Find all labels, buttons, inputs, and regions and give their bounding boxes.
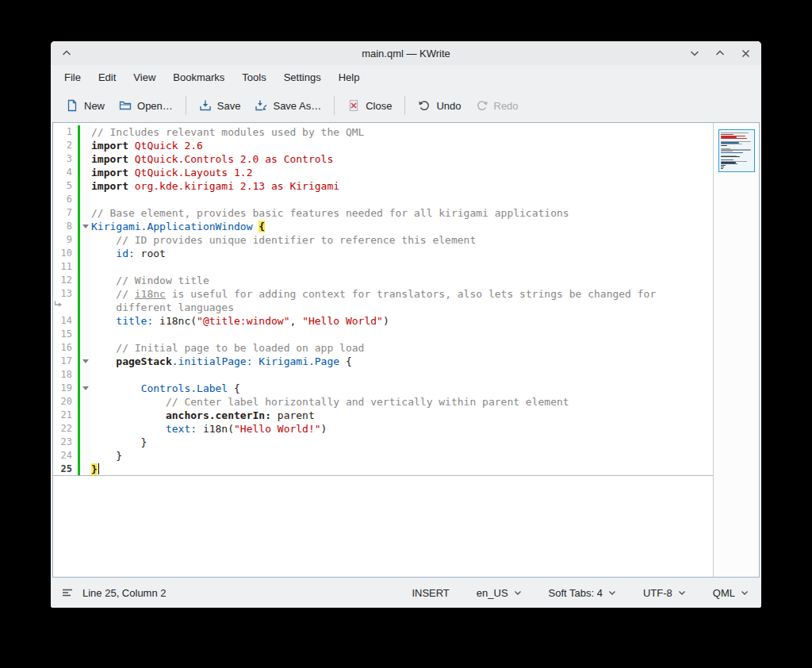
line-number[interactable]: 1 xyxy=(53,125,78,139)
line-number[interactable]: 16 xyxy=(53,341,78,355)
menu-help[interactable]: Help xyxy=(330,67,369,87)
minimap-line xyxy=(721,167,725,167)
menubar: File Edit View Bookmarks Tools Settings … xyxy=(51,65,761,89)
code-line[interactable]: 6 xyxy=(53,193,713,206)
line-number[interactable]: 15 xyxy=(53,328,78,341)
fold-margin xyxy=(80,233,91,247)
maximize-button[interactable] xyxy=(714,47,726,60)
fold-marker-icon[interactable] xyxy=(80,220,91,233)
code-text: } xyxy=(91,436,713,449)
code-line[interactable]: 4import QtQuick.Layouts 1.2 xyxy=(53,166,713,179)
menu-file[interactable]: File xyxy=(56,67,90,87)
menu-view[interactable]: View xyxy=(124,67,164,87)
code-line[interactable]: different languages xyxy=(53,301,713,314)
line-number[interactable]: 22 xyxy=(53,422,78,436)
line-number[interactable]: 6 xyxy=(53,193,78,206)
line-number[interactable]: 23 xyxy=(53,436,78,449)
line-number[interactable]: 9 xyxy=(53,233,78,247)
word-wrap-indicator-icon[interactable] xyxy=(62,588,73,597)
code-line[interactable]: 11 xyxy=(53,260,713,274)
editor-view[interactable]: 1// Includes relevant modules used by th… xyxy=(52,122,760,578)
close-document-button[interactable]: Close xyxy=(340,94,399,117)
line-number[interactable]: 18 xyxy=(53,368,78,382)
line-number[interactable]: 24 xyxy=(53,449,78,463)
fold-marker-icon[interactable] xyxy=(80,382,91,395)
code-line[interactable]: 22 text: i18n("Hello World!") xyxy=(53,422,713,436)
redo-button[interactable]: Redo xyxy=(469,94,526,117)
code-line[interactable]: 25} xyxy=(53,463,713,476)
menu-edit[interactable]: Edit xyxy=(90,67,124,87)
code-text: // Center label horizontally and vertica… xyxy=(91,395,713,409)
code-text: Controls.Label { xyxy=(91,382,713,395)
code-line[interactable]: 10 id: root xyxy=(53,247,713,260)
new-document-icon xyxy=(66,99,79,112)
code-line[interactable]: 20 // Center label horizontally and vert… xyxy=(53,395,713,409)
line-number[interactable]: 7 xyxy=(53,206,78,220)
line-number[interactable]: 20 xyxy=(53,395,78,409)
window-shade-button[interactable] xyxy=(60,47,73,60)
code-line[interactable]: 15 xyxy=(53,328,713,341)
fold-marker-icon[interactable] xyxy=(80,355,91,368)
code-text: // Includes relevant modules used by the… xyxy=(91,125,713,139)
minimize-button[interactable] xyxy=(688,47,701,60)
close-window-button[interactable] xyxy=(739,47,752,60)
line-number[interactable]: 3 xyxy=(53,152,78,166)
save-as-button[interactable]: Save As… xyxy=(247,94,328,117)
code-text: } xyxy=(91,449,713,463)
undo-button[interactable]: Undo xyxy=(411,94,468,117)
code-line[interactable]: 12 // Window title xyxy=(53,274,713,287)
code-line[interactable]: 14 title: i18nc("@title:window", "Hello … xyxy=(53,314,713,328)
line-number[interactable]: 10 xyxy=(53,247,78,260)
code-line[interactable]: 8Kirigami.ApplicationWindow { xyxy=(53,220,713,233)
syntax-mode-selector[interactable]: QML xyxy=(711,584,750,602)
line-number[interactable]: 25 xyxy=(53,463,78,475)
code-line[interactable]: 21 anchors.centerIn: parent xyxy=(53,409,713,422)
line-number[interactable]: 17 xyxy=(53,355,78,368)
code-line[interactable]: 5import org.kde.kirigami 2.13 as Kirigam… xyxy=(53,179,713,193)
code-line[interactable]: 1// Includes relevant modules used by th… xyxy=(53,125,713,139)
line-number[interactable]: 8 xyxy=(53,220,78,233)
code-line[interactable]: 13 // i18nc is useful for adding context… xyxy=(53,287,713,301)
code-line[interactable]: 18 xyxy=(53,368,713,382)
open-button[interactable]: Open… xyxy=(112,94,180,117)
code-line[interactable]: 3import QtQuick.Controls 2.0 as Controls xyxy=(53,152,713,166)
line-number[interactable]: 12 xyxy=(53,274,78,287)
line-wrap-icon[interactable] xyxy=(53,301,78,314)
cursor-position[interactable]: Line 25, Column 2 xyxy=(82,587,167,599)
code-line[interactable]: 19 Controls.Label { xyxy=(53,382,713,395)
code-line[interactable]: 16 // Initial page to be loaded on app l… xyxy=(53,341,713,355)
code-line[interactable]: 17 pageStack.initialPage: Kirigami.Page … xyxy=(53,355,713,368)
scrollbar-minimap[interactable] xyxy=(713,123,759,577)
titlebar[interactable]: main.qml — KWrite xyxy=(51,41,761,65)
save-as-button-label: Save As… xyxy=(273,100,321,112)
code-rows[interactable]: 1// Includes relevant modules used by th… xyxy=(53,123,713,577)
encoding-selector[interactable]: UTF-8 xyxy=(642,584,688,602)
statusbar: Line 25, Column 2 INSERT en_US Soft Tabs… xyxy=(51,578,761,608)
line-number[interactable]: 21 xyxy=(53,409,78,422)
chevron-down-icon xyxy=(608,590,616,596)
line-number[interactable]: 13 xyxy=(53,287,78,301)
line-number[interactable]: 2 xyxy=(53,139,78,152)
fold-margin xyxy=(80,436,91,449)
save-button[interactable]: Save xyxy=(192,94,248,117)
input-mode[interactable]: INSERT xyxy=(410,584,450,602)
code-line[interactable]: 23 } xyxy=(53,436,713,449)
line-number[interactable]: 14 xyxy=(53,314,78,328)
code-text: // Window title xyxy=(91,274,713,287)
line-number[interactable]: 5 xyxy=(53,179,78,193)
line-number[interactable]: 19 xyxy=(53,382,78,395)
code-line[interactable]: 2import QtQuick 2.6 xyxy=(53,139,713,152)
code-text: // i18nc is useful for adding context fo… xyxy=(91,287,713,301)
dictionary-selector[interactable]: en_US xyxy=(475,584,523,602)
line-number[interactable]: 4 xyxy=(53,166,78,179)
tab-mode-selector[interactable]: Soft Tabs: 4 xyxy=(547,584,618,602)
menu-settings[interactable]: Settings xyxy=(275,67,330,87)
new-button[interactable]: New xyxy=(59,94,112,117)
line-number[interactable]: 11 xyxy=(53,260,78,274)
code-line[interactable]: 7// Base element, provides basic feature… xyxy=(53,206,713,220)
minimap-preview[interactable] xyxy=(718,129,755,172)
code-line[interactable]: 9 // ID provides unique identifier to re… xyxy=(53,233,713,247)
menu-tools[interactable]: Tools xyxy=(233,67,274,87)
code-line[interactable]: 24 } xyxy=(53,449,713,463)
menu-bookmarks[interactable]: Bookmarks xyxy=(164,67,233,87)
